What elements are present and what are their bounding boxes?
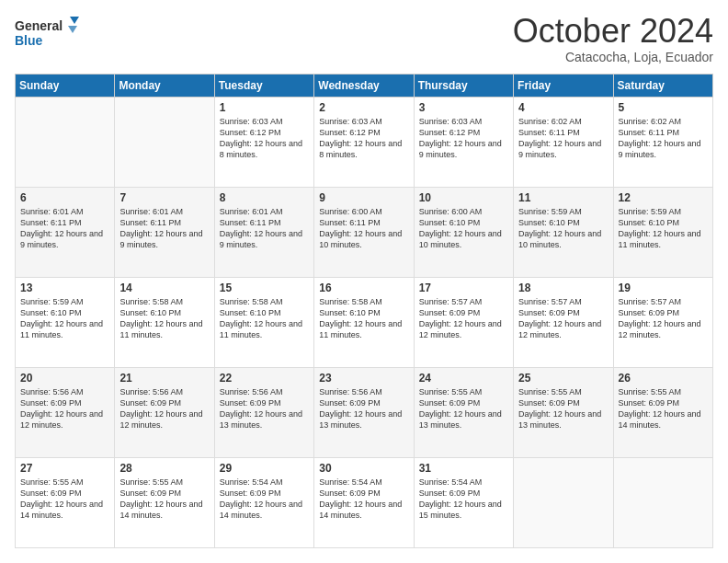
title-block: October 2024 Catacocha, Loja, Ecuador <box>513 15 713 64</box>
col-sunday: Sunday <box>16 75 115 98</box>
day-number: 24 <box>419 372 508 385</box>
calendar-week-row: 27Sunrise: 5:55 AM Sunset: 6:09 PM Dayli… <box>16 458 713 548</box>
calendar-day-cell: 1Sunrise: 6:03 AM Sunset: 6:12 PM Daylig… <box>214 98 313 188</box>
day-number: 5 <box>619 101 708 114</box>
day-number: 23 <box>319 372 408 385</box>
page-header: General Blue October 2024 Catacocha, Loj… <box>15 15 713 64</box>
day-number: 28 <box>119 462 209 475</box>
day-number: 29 <box>220 462 309 475</box>
day-info: Sunrise: 5:54 AM Sunset: 6:09 PM Dayligh… <box>419 477 508 522</box>
calendar-day-cell <box>16 98 115 188</box>
svg-marker-2 <box>70 17 79 24</box>
day-info: Sunrise: 6:01 AM Sunset: 6:11 PM Dayligh… <box>20 206 109 251</box>
logo-svg: General Blue <box>15 15 79 50</box>
day-number: 11 <box>518 191 608 204</box>
calendar-day-cell: 24Sunrise: 5:55 AM Sunset: 6:09 PM Dayli… <box>414 368 513 458</box>
day-info: Sunrise: 5:56 AM Sunset: 6:09 PM Dayligh… <box>319 386 408 431</box>
day-info: Sunrise: 6:01 AM Sunset: 6:11 PM Dayligh… <box>119 206 209 251</box>
calendar-day-cell: 11Sunrise: 5:59 AM Sunset: 6:10 PM Dayli… <box>514 188 613 278</box>
day-number: 17 <box>419 282 508 294</box>
day-number: 2 <box>319 101 408 114</box>
calendar-day-cell: 21Sunrise: 5:56 AM Sunset: 6:09 PM Dayli… <box>115 368 214 458</box>
calendar-day-cell: 19Sunrise: 5:57 AM Sunset: 6:09 PM Dayli… <box>613 278 712 368</box>
calendar-day-cell: 9Sunrise: 6:00 AM Sunset: 6:11 PM Daylig… <box>314 188 414 278</box>
day-number: 14 <box>119 282 209 294</box>
svg-text:Blue: Blue <box>15 33 43 48</box>
location: Catacocha, Loja, Ecuador <box>513 50 713 64</box>
calendar-day-cell: 3Sunrise: 6:03 AM Sunset: 6:12 PM Daylig… <box>414 98 513 188</box>
day-info: Sunrise: 6:03 AM Sunset: 6:12 PM Dayligh… <box>419 116 508 161</box>
day-info: Sunrise: 5:54 AM Sunset: 6:09 PM Dayligh… <box>319 477 408 522</box>
day-info: Sunrise: 5:56 AM Sunset: 6:09 PM Dayligh… <box>20 386 109 431</box>
day-number: 18 <box>518 282 608 294</box>
day-info: Sunrise: 6:01 AM Sunset: 6:11 PM Dayligh… <box>220 206 309 251</box>
day-number: 25 <box>518 372 608 385</box>
calendar-day-cell: 4Sunrise: 6:02 AM Sunset: 6:11 PM Daylig… <box>514 98 613 188</box>
col-saturday: Saturday <box>613 75 712 98</box>
day-info: Sunrise: 5:55 AM Sunset: 6:09 PM Dayligh… <box>20 477 109 522</box>
month-title: October 2024 <box>513 15 713 48</box>
calendar-day-cell: 17Sunrise: 5:57 AM Sunset: 6:09 PM Dayli… <box>414 278 513 368</box>
day-number: 13 <box>20 282 109 294</box>
calendar-day-cell: 12Sunrise: 5:59 AM Sunset: 6:10 PM Dayli… <box>613 188 712 278</box>
day-info: Sunrise: 6:03 AM Sunset: 6:12 PM Dayligh… <box>319 116 408 161</box>
day-info: Sunrise: 6:03 AM Sunset: 6:12 PM Dayligh… <box>220 116 309 161</box>
calendar-day-cell: 25Sunrise: 5:55 AM Sunset: 6:09 PM Dayli… <box>514 368 613 458</box>
calendar-day-cell: 30Sunrise: 5:54 AM Sunset: 6:09 PM Dayli… <box>314 458 414 548</box>
day-info: Sunrise: 6:02 AM Sunset: 6:11 PM Dayligh… <box>518 116 608 161</box>
day-number: 10 <box>419 191 508 204</box>
calendar-week-row: 13Sunrise: 5:59 AM Sunset: 6:10 PM Dayli… <box>16 278 713 368</box>
calendar-day-cell: 28Sunrise: 5:55 AM Sunset: 6:09 PM Dayli… <box>115 458 214 548</box>
day-number: 30 <box>319 462 408 475</box>
day-info: Sunrise: 5:59 AM Sunset: 6:10 PM Dayligh… <box>619 206 708 251</box>
day-number: 27 <box>20 462 109 475</box>
calendar-day-cell: 13Sunrise: 5:59 AM Sunset: 6:10 PM Dayli… <box>16 278 115 368</box>
day-number: 21 <box>119 372 209 385</box>
day-number: 16 <box>319 282 408 294</box>
day-info: Sunrise: 5:57 AM Sunset: 6:09 PM Dayligh… <box>419 296 508 341</box>
day-info: Sunrise: 5:57 AM Sunset: 6:09 PM Dayligh… <box>619 296 708 341</box>
day-info: Sunrise: 5:55 AM Sunset: 6:09 PM Dayligh… <box>419 386 508 431</box>
day-info: Sunrise: 6:02 AM Sunset: 6:11 PM Dayligh… <box>619 116 708 161</box>
calendar-day-cell: 20Sunrise: 5:56 AM Sunset: 6:09 PM Dayli… <box>16 368 115 458</box>
calendar-day-cell: 22Sunrise: 5:56 AM Sunset: 6:09 PM Dayli… <box>214 368 313 458</box>
logo: General Blue <box>15 15 79 50</box>
day-number: 19 <box>619 282 708 294</box>
day-number: 1 <box>220 101 309 114</box>
svg-marker-3 <box>68 26 77 33</box>
calendar-day-cell: 6Sunrise: 6:01 AM Sunset: 6:11 PM Daylig… <box>16 188 115 278</box>
calendar-header-row: Sunday Monday Tuesday Wednesday Thursday… <box>16 75 713 98</box>
calendar-day-cell: 15Sunrise: 5:58 AM Sunset: 6:10 PM Dayli… <box>214 278 313 368</box>
day-number: 3 <box>419 101 508 114</box>
calendar-day-cell: 26Sunrise: 5:55 AM Sunset: 6:09 PM Dayli… <box>613 368 712 458</box>
day-number: 8 <box>220 191 309 204</box>
svg-text:General: General <box>15 18 63 33</box>
day-info: Sunrise: 5:56 AM Sunset: 6:09 PM Dayligh… <box>220 386 309 431</box>
calendar-day-cell: 16Sunrise: 5:58 AM Sunset: 6:10 PM Dayli… <box>314 278 414 368</box>
day-info: Sunrise: 5:59 AM Sunset: 6:10 PM Dayligh… <box>518 206 608 251</box>
day-info: Sunrise: 5:58 AM Sunset: 6:10 PM Dayligh… <box>319 296 408 341</box>
col-thursday: Thursday <box>414 75 513 98</box>
col-wednesday: Wednesday <box>314 75 414 98</box>
day-info: Sunrise: 5:55 AM Sunset: 6:09 PM Dayligh… <box>619 386 708 431</box>
calendar-table: Sunday Monday Tuesday Wednesday Thursday… <box>15 74 713 548</box>
day-info: Sunrise: 5:58 AM Sunset: 6:10 PM Dayligh… <box>119 296 209 341</box>
day-number: 9 <box>319 191 408 204</box>
calendar-day-cell: 27Sunrise: 5:55 AM Sunset: 6:09 PM Dayli… <box>16 458 115 548</box>
day-info: Sunrise: 5:55 AM Sunset: 6:09 PM Dayligh… <box>119 477 209 522</box>
calendar-day-cell: 7Sunrise: 6:01 AM Sunset: 6:11 PM Daylig… <box>115 188 214 278</box>
calendar-week-row: 1Sunrise: 6:03 AM Sunset: 6:12 PM Daylig… <box>16 98 713 188</box>
day-number: 22 <box>220 372 309 385</box>
day-number: 20 <box>20 372 109 385</box>
calendar-day-cell <box>514 458 613 548</box>
calendar-day-cell: 29Sunrise: 5:54 AM Sunset: 6:09 PM Dayli… <box>214 458 313 548</box>
calendar-day-cell: 8Sunrise: 6:01 AM Sunset: 6:11 PM Daylig… <box>214 188 313 278</box>
day-info: Sunrise: 6:00 AM Sunset: 6:11 PM Dayligh… <box>319 206 408 251</box>
calendar-day-cell <box>115 98 214 188</box>
day-number: 12 <box>619 191 708 204</box>
day-info: Sunrise: 5:55 AM Sunset: 6:09 PM Dayligh… <box>518 386 608 431</box>
calendar-day-cell: 14Sunrise: 5:58 AM Sunset: 6:10 PM Dayli… <box>115 278 214 368</box>
day-number: 15 <box>220 282 309 294</box>
calendar-day-cell: 23Sunrise: 5:56 AM Sunset: 6:09 PM Dayli… <box>314 368 414 458</box>
calendar-day-cell: 18Sunrise: 5:57 AM Sunset: 6:09 PM Dayli… <box>514 278 613 368</box>
